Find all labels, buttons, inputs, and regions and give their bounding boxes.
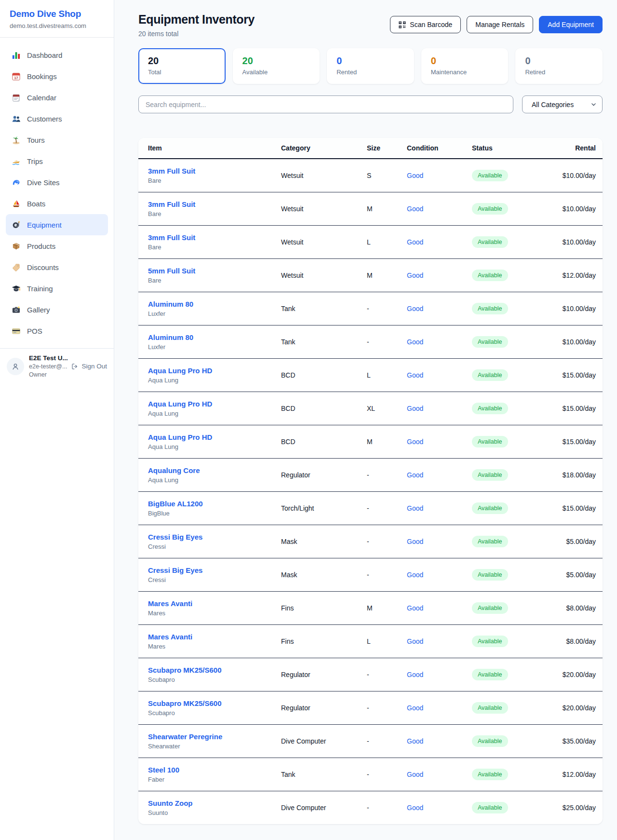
item-name-link[interactable]: Suunto Zoop — [148, 799, 281, 807]
sidebar-item-dashboard[interactable]: Dashboard — [6, 44, 108, 66]
condition-link[interactable]: Good — [407, 238, 423, 246]
cell-size: - — [367, 758, 407, 791]
condition-link[interactable]: Good — [407, 571, 423, 579]
sidebar-item-label: Dive Sites — [27, 178, 60, 187]
condition-link[interactable]: Good — [407, 305, 423, 312]
condition-link[interactable]: Good — [407, 438, 423, 446]
sidebar-item-bookings[interactable]: 17Bookings — [6, 66, 108, 87]
item-name-link[interactable]: Aluminum 80 — [148, 333, 281, 341]
condition-link[interactable]: Good — [407, 737, 423, 745]
item-brand: Cressi — [148, 543, 281, 550]
item-name-link[interactable]: BigBlue AL1200 — [148, 500, 281, 508]
sign-out-button[interactable]: Sign Out — [71, 363, 107, 370]
cell-rental: $10.00/day — [545, 292, 603, 325]
cell-item: Steel 100Faber — [138, 758, 281, 791]
scan-barcode-button[interactable]: Scan Barcode — [390, 16, 461, 33]
stat-card-retired[interactable]: 0Retired — [515, 48, 603, 84]
condition-link[interactable]: Good — [407, 405, 423, 412]
condition-link[interactable]: Good — [407, 205, 423, 213]
cell-rental: $5.00/day — [545, 525, 603, 558]
person-icon — [11, 362, 20, 371]
condition-link[interactable]: Good — [407, 671, 423, 678]
credit-card-icon — [12, 326, 21, 336]
stat-card-rented[interactable]: 0Rented — [327, 48, 414, 84]
add-equipment-button[interactable]: Add Equipment — [539, 16, 603, 33]
cell-rental: $10.00/day — [545, 325, 603, 358]
item-brand: Bare — [148, 277, 281, 284]
people-icon — [12, 114, 21, 123]
sidebar-item-tours[interactable]: Tours — [6, 129, 108, 150]
condition-link[interactable]: Good — [407, 637, 423, 645]
sidebar-item-discounts[interactable]: Discounts — [6, 257, 108, 278]
sidebar-item-label: Tours — [27, 136, 45, 144]
stat-card-maintenance[interactable]: 0Maintenance — [421, 48, 509, 84]
item-name-link[interactable]: 3mm Full Suit — [148, 167, 281, 175]
cell-item: Aluminum 80Luxfer — [138, 325, 281, 358]
sidebar-item-training[interactable]: Training — [6, 278, 108, 299]
cell-category: Wetsuit — [281, 159, 367, 192]
condition-link[interactable]: Good — [407, 538, 423, 545]
manage-rentals-button[interactable]: Manage Rentals — [467, 16, 533, 33]
item-name-link[interactable]: Scubapro MK25/S600 — [148, 666, 281, 674]
item-name-link[interactable]: 5mm Full Suit — [148, 267, 281, 275]
item-name-link[interactable]: Cressi Big Eyes — [148, 566, 281, 574]
item-name-link[interactable]: Aqua Lung Pro HD — [148, 433, 281, 441]
cell-rental: $15.00/day — [545, 425, 603, 458]
item-name-link[interactable]: Aluminum 80 — [148, 300, 281, 308]
stat-label: Total — [148, 68, 216, 76]
table-row: Mares AvantiMaresFinsMGoodAvailable$8.00… — [138, 591, 603, 624]
sidebar-item-calendar[interactable]: Calendar — [6, 87, 108, 108]
condition-link[interactable]: Good — [407, 604, 423, 612]
table-row: 5mm Full SuitBareWetsuitMGoodAvailable$1… — [138, 258, 603, 292]
sidebar-item-dive-sites[interactable]: Dive Sites — [6, 172, 108, 193]
item-name-link[interactable]: Aqualung Core — [148, 466, 281, 474]
item-name-link[interactable]: Cressi Big Eyes — [148, 533, 281, 541]
stat-card-available[interactable]: 20Available — [233, 48, 320, 84]
column-header-rental: Rental — [545, 138, 603, 159]
item-name-link[interactable]: Aqua Lung Pro HD — [148, 366, 281, 375]
condition-link[interactable]: Good — [407, 771, 423, 778]
barcode-scan-icon — [399, 21, 406, 28]
column-header-status: Status — [472, 138, 545, 159]
condition-link[interactable]: Good — [407, 371, 423, 379]
item-name-link[interactable]: Mares Avanti — [148, 633, 281, 641]
item-name-link[interactable]: 3mm Full Suit — [148, 233, 281, 242]
condition-link[interactable]: Good — [407, 704, 423, 712]
cell-condition: Good — [407, 491, 472, 525]
cell-size: M — [367, 591, 407, 624]
sidebar-item-equipment[interactable]: Equipment — [6, 214, 108, 235]
status-badge: Available — [472, 369, 508, 381]
shop-header: Demo Dive Shop demo.test.divestreams.com — [0, 0, 114, 38]
condition-link[interactable]: Good — [407, 271, 423, 279]
condition-link[interactable]: Good — [407, 338, 423, 346]
cell-condition: Good — [407, 525, 472, 558]
stat-card-total[interactable]: 20Total — [138, 48, 226, 84]
condition-link[interactable]: Good — [407, 172, 423, 179]
item-name-link[interactable]: Shearwater Peregrine — [148, 732, 281, 741]
sidebar-item-customers[interactable]: Customers — [6, 108, 108, 129]
item-name-link[interactable]: Aqua Lung Pro HD — [148, 400, 281, 408]
cell-status: Available — [472, 724, 545, 758]
condition-link[interactable]: Good — [407, 504, 423, 512]
cell-status: Available — [472, 791, 545, 824]
search-input[interactable] — [138, 95, 513, 113]
condition-link[interactable]: Good — [407, 804, 423, 812]
item-name-link[interactable]: 3mm Full Suit — [148, 200, 281, 208]
sidebar-item-boats[interactable]: Boats — [6, 193, 108, 214]
cell-category: BCD — [281, 392, 367, 425]
item-name-link[interactable]: Scubapro MK25/S600 — [148, 699, 281, 707]
sidebar-item-pos[interactable]: POS — [6, 320, 108, 341]
item-name-link[interactable]: Mares Avanti — [148, 599, 281, 608]
table-row: Aqua Lung Pro HDAqua LungBCDLGoodAvailab… — [138, 358, 603, 392]
cell-condition: Good — [407, 392, 472, 425]
sidebar-item-gallery[interactable]: Gallery — [6, 299, 108, 320]
cell-status: Available — [472, 491, 545, 525]
item-name-link[interactable]: Steel 100 — [148, 766, 281, 774]
cell-rental: $15.00/day — [545, 358, 603, 392]
sidebar-item-trips[interactable]: Trips — [6, 150, 108, 172]
category-select[interactable]: All Categories — [522, 95, 603, 113]
condition-link[interactable]: Good — [407, 471, 423, 479]
sidebar-item-products[interactable]: Products — [6, 235, 108, 257]
dive-mask-icon — [12, 220, 21, 230]
cell-condition: Good — [407, 425, 472, 458]
